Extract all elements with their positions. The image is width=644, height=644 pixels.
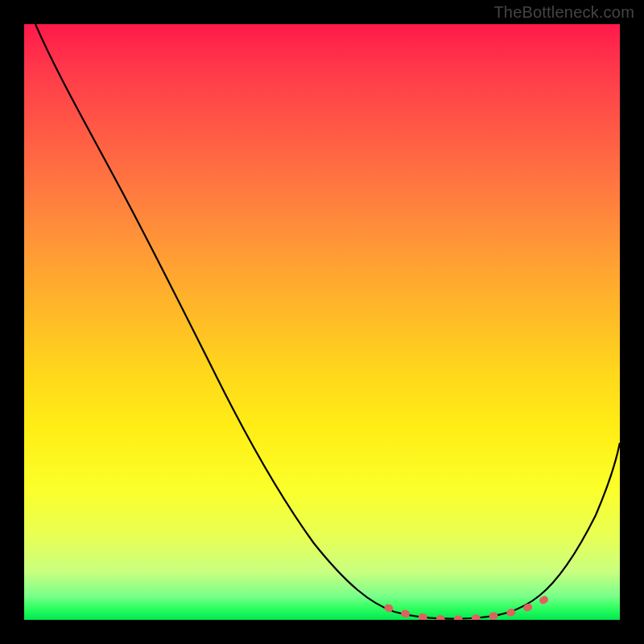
bottleneck-curve-line	[35, 24, 620, 619]
watermark-text: TheBottleneck.com	[493, 3, 634, 22]
plot-area	[24, 24, 620, 620]
chart-svg	[24, 24, 620, 620]
